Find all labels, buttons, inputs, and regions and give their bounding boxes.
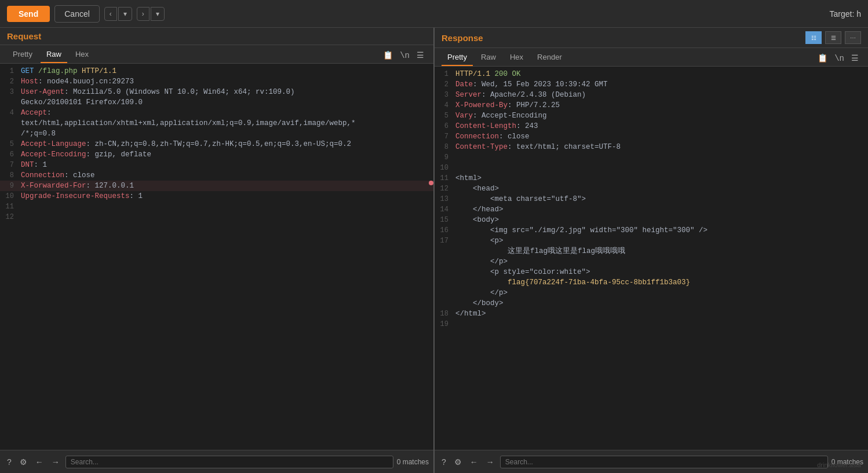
request-line-2: 3User-Agent: Mozilla/5.0 (Windows NT 10.… — [0, 87, 433, 97]
request-line-6: /*;q=0.8 — [0, 129, 433, 139]
target-label: Target: h — [830, 9, 861, 19]
response-line-16: 17 <p> — [435, 236, 868, 246]
response-menu-icon[interactable]: ☰ — [849, 52, 861, 64]
request-line-0: 1GET /flag.php HTTP/1.1 — [0, 66, 433, 76]
nav-fwd-group: › ▾ — [137, 7, 165, 21]
request-help-button[interactable]: ? — [5, 456, 14, 468]
response-line-22: </body> — [435, 298, 868, 309]
response-search-input[interactable] — [500, 456, 828, 468]
view-toggle-list-button[interactable]: ☰ — [825, 31, 841, 44]
response-line-19: <p style="color:white"> — [435, 267, 868, 277]
request-tab-row: Pretty Raw Hex 📋 \n ☰ — [0, 45, 433, 64]
request-line-8: 6Accept-Encoding: gzip, deflate — [0, 149, 433, 160]
tab-response-hex[interactable]: Hex — [504, 50, 529, 66]
tab-request-raw[interactable]: Raw — [41, 47, 67, 63]
request-title: Request — [7, 31, 41, 41]
request-search-back-button[interactable]: ← — [33, 456, 46, 468]
response-wrap-icon[interactable]: 📋 — [815, 52, 830, 64]
request-code-area: 1GET /flag.php HTTP/1.12Host: node4.buuo… — [0, 64, 433, 450]
view-toggle-grid-button[interactable]: ☷ — [805, 31, 822, 44]
response-line-1: 2Date: Wed, 15 Feb 2023 10:39:42 GMT — [435, 79, 868, 90]
send-button[interactable]: Send — [7, 6, 50, 22]
response-tab-row: Pretty Raw Hex Render 📋 \n ☰ — [435, 48, 868, 67]
request-line-5: text/html,application/xhtml+xml,applicat… — [0, 118, 433, 129]
nav-fwd-button[interactable]: › — [137, 7, 149, 21]
nav-back-button[interactable]: ‹ — [104, 7, 117, 21]
response-line-12: 13 <meta charset="utf-8"> — [435, 194, 868, 204]
response-line-6: 7Connection: close — [435, 131, 868, 142]
tab-response-raw[interactable]: Raw — [475, 50, 502, 66]
response-line-17: 这里是flag哦这里是flag哦哦哦哦 — [435, 246, 868, 256]
response-line-7: 8Content-Type: text/html; charset=UTF-8 — [435, 142, 868, 152]
response-header: Response ☷ ☰ ⋯ — [435, 28, 868, 48]
response-pane: Response ☷ ☰ ⋯ Pretty Raw Hex Render 📋 \… — [435, 28, 868, 473]
response-code-area: 1HTTP/1.1 200 OK2Date: Wed, 15 Feb 2023 … — [435, 67, 868, 450]
request-line-11: 9X-Forwarded-For: 127.0.0.1 — [0, 181, 433, 191]
response-line-8: 9 — [435, 152, 868, 163]
line-dot-indicator — [429, 181, 433, 185]
tab-response-render[interactable]: Render — [531, 50, 568, 66]
request-menu-icon[interactable]: ☰ — [414, 49, 426, 61]
toolbar: Send Cancel ‹ ▾ › ▾ Target: h — [0, 0, 868, 28]
response-line-14: 15 <body> — [435, 215, 868, 225]
response-line-13: 14 </head> — [435, 204, 868, 215]
main-area: Request Pretty Raw Hex 📋 \n ☰ 1GET /flag… — [0, 28, 868, 473]
request-line-4: 4Accept: — [0, 108, 433, 118]
request-line-13: 11 — [0, 201, 433, 212]
response-line-4: 5Vary: Accept-Encoding — [435, 111, 868, 121]
response-line-9: 10 — [435, 163, 868, 173]
view-toggle-more-button[interactable]: ⋯ — [845, 31, 861, 44]
request-settings-button[interactable]: ⚙ — [17, 456, 30, 468]
nav-back-group: ‹ ▾ — [104, 7, 132, 21]
request-newline-icon[interactable]: \n — [397, 50, 412, 61]
view-toggle-group: ☷ ☰ ⋯ — [805, 31, 861, 44]
request-line-9: 7DNT: 1 — [0, 160, 433, 170]
request-line-7: 5Accept-Language: zh-CN,zh;q=0.8,zh-TW;q… — [0, 139, 433, 149]
response-line-2: 3Server: Apache/2.4.38 (Debian) — [435, 90, 868, 100]
nav-back-dropdown-button[interactable]: ▾ — [118, 7, 132, 21]
response-line-20: flag{707a224f-71ba-4bfa-95cc-8bb1ff1b3a0… — [435, 277, 868, 288]
response-line-23: 18</html> — [435, 309, 868, 319]
request-line-3: Gecko/20100101 Firefox/109.0 — [0, 97, 433, 108]
response-line-3: 4X-Powered-By: PHP/7.2.25 — [435, 100, 868, 111]
response-line-24: 19 — [435, 319, 868, 329]
response-help-button[interactable]: ? — [439, 456, 448, 468]
request-pane: Request Pretty Raw Hex 📋 \n ☰ 1GET /flag… — [0, 28, 435, 473]
response-settings-button[interactable]: ⚙ — [452, 456, 464, 468]
response-footer: ? ⚙ ← → 0 matches — [435, 450, 868, 473]
request-footer: ? ⚙ ← → 0 matches — [0, 450, 433, 473]
request-line-10: 8Connection: close — [0, 170, 433, 181]
watermark: drinkflower.asia — [817, 461, 861, 468]
request-search-fwd-button[interactable]: → — [49, 456, 62, 468]
response-line-15: 16 <img src="./img/2.jpg" width="300" he… — [435, 225, 868, 236]
response-line-18: </p> — [435, 256, 868, 267]
response-line-11: 12 <head> — [435, 184, 868, 194]
response-title: Response — [442, 33, 483, 43]
request-header: Request — [0, 28, 433, 45]
response-line-21: </p> — [435, 288, 868, 298]
tab-request-hex[interactable]: Hex — [70, 47, 94, 63]
tab-request-pretty[interactable]: Pretty — [7, 47, 38, 63]
request-line-1: 2Host: node4.buuoj.cn:29273 — [0, 76, 433, 87]
request-line-14: 12 — [0, 212, 433, 222]
response-line-5: 6Content-Length: 243 — [435, 121, 868, 131]
response-line-0: 1HTTP/1.1 200 OK — [435, 69, 868, 79]
request-match-count: 0 matches — [397, 458, 429, 466]
response-line-10: 11<html> — [435, 173, 868, 184]
cancel-button[interactable]: Cancel — [54, 5, 100, 23]
response-search-back-button[interactable]: ← — [468, 456, 480, 468]
request-wrap-icon[interactable]: 📋 — [381, 49, 395, 61]
tab-response-pretty[interactable]: Pretty — [442, 50, 473, 66]
request-line-12: 10Upgrade-Insecure-Requests: 1 — [0, 191, 433, 201]
response-search-fwd-button[interactable]: → — [484, 456, 497, 468]
response-newline-icon[interactable]: \n — [832, 53, 847, 64]
request-search-input[interactable] — [65, 456, 393, 468]
nav-fwd-dropdown-button[interactable]: ▾ — [151, 7, 165, 21]
